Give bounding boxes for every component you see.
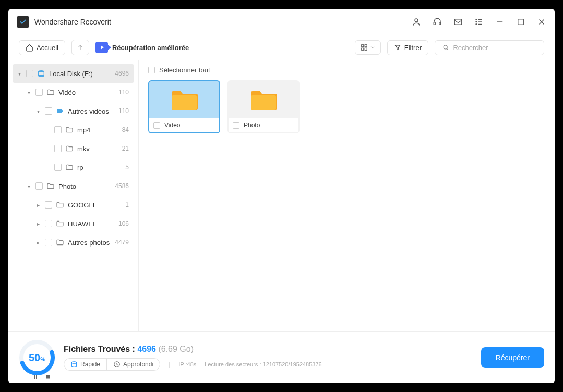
tree-caret-icon[interactable]: ▾ [34, 108, 42, 114]
folder-checkbox[interactable] [153, 122, 160, 129]
folder-grid: VidéoPhoto [148, 80, 545, 133]
headset-icon[interactable] [433, 17, 442, 27]
tree-label: GOOGLE [68, 201, 125, 209]
stop-icon[interactable] [45, 374, 51, 380]
clock-icon [113, 361, 121, 368]
folder-name: Photo [244, 121, 260, 129]
up-button[interactable] [71, 40, 89, 55]
svg-rect-15 [365, 45, 367, 47]
tree-checkbox[interactable] [45, 239, 52, 246]
tree-item[interactable]: ▾Photo4586 [13, 177, 134, 195]
tree-item[interactable]: ▸Autres photos4479 [13, 233, 134, 252]
deep-scan-tab[interactable]: Approfondi [107, 359, 160, 370]
tree-item[interactable]: ▸GOOGLE1 [13, 195, 134, 214]
tree-item[interactable]: rp5 [13, 158, 134, 177]
tree-checkbox[interactable] [26, 70, 33, 77]
svg-rect-29 [46, 375, 50, 379]
tree-caret-icon[interactable]: ▸ [34, 202, 42, 208]
main-panel: Sélectionner tout VidéoPhoto [139, 60, 555, 331]
fast-scan-tab[interactable]: Rapide [64, 359, 107, 370]
svg-point-6 [476, 23, 477, 24]
tree-checkbox[interactable] [45, 107, 52, 115]
scan-mode-tabs[interactable]: Rapide Approfondi [64, 358, 160, 371]
video-mode-icon [95, 42, 108, 53]
filter-icon [394, 44, 401, 51]
svg-rect-23 [172, 95, 197, 110]
tree-label: mkv [77, 145, 122, 153]
svg-rect-16 [362, 48, 364, 50]
maximize-icon[interactable] [516, 17, 525, 27]
user-icon[interactable] [412, 17, 421, 27]
tree-item[interactable]: ▸HUAWEI106 [13, 214, 134, 233]
folder-icon [65, 163, 74, 172]
tree-checkbox[interactable] [35, 89, 43, 96]
app-logo [17, 16, 29, 28]
tree-caret-icon[interactable]: ▸ [34, 240, 42, 246]
tree-item[interactable]: mp484 [13, 120, 134, 139]
toolbar: Accueil Récupération améliorée Filtrer [8, 35, 555, 60]
svg-rect-11 [518, 19, 524, 24]
mail-icon[interactable] [453, 17, 463, 27]
tree-label: Local Disk (F:) [49, 70, 115, 78]
svg-rect-1 [434, 22, 435, 24]
tree-label: mp4 [77, 126, 122, 134]
svg-rect-2 [439, 22, 441, 24]
app-title: Wondershare Recoverit [34, 18, 111, 26]
tree-caret-icon[interactable]: ▾ [25, 183, 32, 189]
tree-checkbox[interactable] [35, 182, 43, 190]
mode-label: Récupération améliorée [112, 44, 189, 52]
tree-checkbox[interactable] [54, 126, 62, 133]
folder-card[interactable]: Vidéo [148, 80, 220, 133]
home-button[interactable]: Accueil [19, 40, 65, 55]
pause-icon[interactable] [32, 374, 39, 380]
minimize-icon[interactable] [495, 17, 505, 27]
tree-item[interactable]: ▾Autres vidéos110 [13, 102, 134, 120]
svg-point-4 [476, 19, 477, 20]
tree-label: Photo [58, 182, 115, 190]
folder-card[interactable]: Photo [227, 80, 300, 133]
svg-point-5 [476, 21, 477, 22]
tree-checkbox[interactable] [54, 145, 62, 152]
tree-count: 4479 [115, 239, 129, 246]
close-icon[interactable] [537, 17, 546, 27]
search-box[interactable] [435, 40, 544, 55]
progress-value: 50 [29, 351, 40, 363]
tree-count: 21 [122, 145, 129, 152]
folder-icon [55, 238, 65, 247]
select-all-checkbox[interactable] [148, 67, 155, 74]
search-input[interactable] [453, 44, 536, 52]
filter-button[interactable]: Filtrer [387, 40, 428, 55]
tree-item[interactable]: mkv21 [13, 139, 134, 158]
tree-caret-icon[interactable]: ▸ [34, 221, 42, 227]
tree-caret-icon[interactable]: ▾ [25, 90, 32, 95]
tree-label: Autres vidéos [68, 107, 118, 115]
folder-icon [65, 144, 74, 153]
tree-item[interactable]: ▾Local Disk (F:)4696 [13, 64, 134, 83]
svg-point-18 [444, 45, 447, 49]
tree-checkbox[interactable] [54, 164, 62, 171]
select-all-label: Sélectionner tout [159, 66, 210, 74]
sector-status: Lecture des secteurs : 12107520/19524853… [205, 361, 321, 368]
list-icon[interactable] [474, 17, 484, 27]
tree-count: 4586 [115, 182, 129, 190]
svg-rect-17 [365, 48, 367, 50]
view-toggle-button[interactable] [355, 40, 381, 55]
disk-icon [37, 69, 46, 78]
tree-caret-icon[interactable]: ▾ [16, 71, 23, 77]
folder-checkbox[interactable] [233, 122, 239, 129]
tree-count: 110 [118, 107, 129, 115]
tree-count: 5 [125, 164, 129, 171]
disk-icon [70, 361, 78, 368]
tree-checkbox[interactable] [45, 220, 52, 227]
video-icon [55, 107, 65, 115]
files-found-text: Fichiers Trouvés : 4696 (6.69 Go) [64, 345, 481, 354]
svg-rect-24 [251, 95, 276, 110]
tree-checkbox[interactable] [45, 201, 52, 209]
recover-button[interactable]: Récupérer [481, 347, 544, 368]
tree-count: 110 [118, 89, 129, 96]
tree-count: 4696 [115, 70, 129, 77]
tree-count: 106 [118, 220, 129, 227]
tree-item[interactable]: ▾Vidéo110 [13, 83, 134, 102]
select-all-row[interactable]: Sélectionner tout [148, 66, 545, 74]
svg-rect-3 [454, 19, 462, 24]
